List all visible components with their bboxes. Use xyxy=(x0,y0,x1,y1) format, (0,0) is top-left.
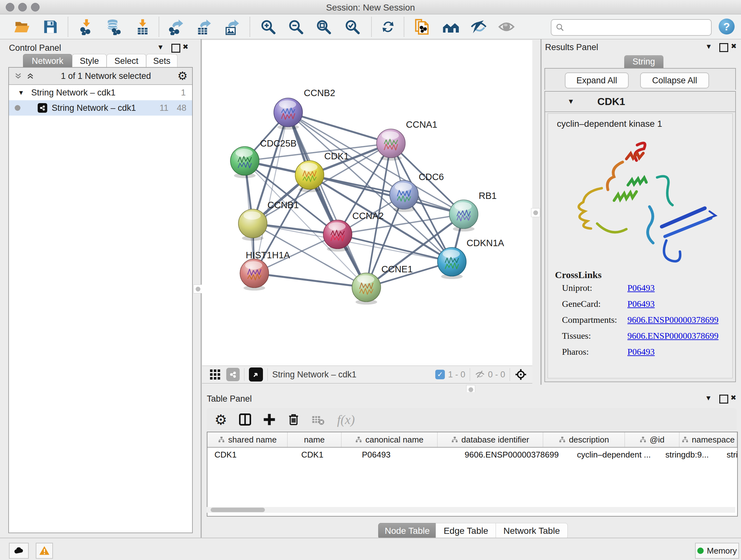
column-header--id[interactable]: @id xyxy=(625,432,679,447)
node-table[interactable]: shared namenamecanonical namedatabase id… xyxy=(207,432,738,516)
network-collection-row[interactable]: ▼ String Network – cdk1 1 xyxy=(9,85,192,100)
export-image-icon[interactable] xyxy=(223,18,240,36)
collapse-all-icon[interactable] xyxy=(14,72,22,80)
save-session-icon[interactable] xyxy=(42,18,59,36)
tab-string[interactable]: String xyxy=(624,55,664,68)
column-header-shared-name[interactable]: shared name xyxy=(207,432,287,447)
zoom-fit-icon[interactable] xyxy=(315,18,332,36)
table-add-column-icon[interactable] xyxy=(261,411,278,428)
column-header-database-identifier[interactable]: database identifier xyxy=(437,432,543,447)
zoom-in-icon[interactable] xyxy=(259,18,277,36)
table-row[interactable]: CDK1CDK1P064939606.ENSP00000378699cyclin… xyxy=(207,448,737,462)
birdseye-view-icon[interactable] xyxy=(249,368,263,381)
results-panel-close-icon[interactable]: ✖ xyxy=(731,42,737,51)
tab-select[interactable]: Select xyxy=(107,54,146,68)
table-settings-gear-icon[interactable]: ⚙ xyxy=(212,411,229,428)
network-node-CDKN1A[interactable] xyxy=(437,247,466,279)
left-splitter-handle[interactable] xyxy=(193,285,202,294)
column-header-namespace[interactable]: namespace xyxy=(679,432,737,447)
results-panel-float-icon[interactable] xyxy=(719,43,728,52)
refresh-icon[interactable] xyxy=(380,18,397,36)
open-session-icon[interactable] xyxy=(13,18,30,36)
tree-expander-icon[interactable]: ▼ xyxy=(18,89,24,97)
crosslink-link[interactable]: 9606.ENSP00000378699 xyxy=(627,315,718,325)
virtual-column-icon xyxy=(451,436,458,443)
table-columns-icon[interactable] xyxy=(237,411,253,428)
network-node-CCNA1[interactable] xyxy=(377,129,405,161)
node-label-CDK1: CDK1 xyxy=(324,151,349,161)
network-node-RB1[interactable] xyxy=(449,200,478,232)
tab-network[interactable]: Network xyxy=(23,54,72,68)
table-panel-float-icon[interactable] xyxy=(719,395,728,403)
network-share-toggle-icon[interactable] xyxy=(226,368,240,381)
crosslink-link[interactable]: P06493 xyxy=(627,299,655,309)
table-panel-menu-icon[interactable]: ▼ xyxy=(705,394,712,402)
virtual-column-icon xyxy=(639,436,647,443)
tab-node-table[interactable]: Node Table xyxy=(378,523,436,539)
export-network-icon[interactable] xyxy=(167,18,185,36)
table-delete-column-trash-icon[interactable] xyxy=(285,411,302,428)
cloud-status-button[interactable] xyxy=(9,543,29,559)
control-panel-float-icon[interactable] xyxy=(172,44,180,53)
import-network-database-icon[interactable] xyxy=(105,18,122,36)
expand-all-icon[interactable] xyxy=(26,72,35,80)
network-options-gear-icon[interactable]: ⚙ xyxy=(178,69,188,83)
hidden-eye-icon xyxy=(475,369,485,380)
column-header-description[interactable]: description xyxy=(543,432,625,447)
control-panel-close-icon[interactable]: ✖ xyxy=(183,43,188,51)
right-splitter-handle[interactable] xyxy=(531,208,540,217)
string-document-icon[interactable] xyxy=(414,18,431,36)
title-bar: Session: New Session xyxy=(0,0,741,14)
network-svg[interactable]: CCNB2CCNA1CDC25BCDK1CDC6RB1CCNB1CCNA2CDK… xyxy=(202,40,532,366)
network-canvas[interactable]: CCNB2CCNA1CDC25BCDK1CDC6RB1CCNB1CCNA2CDK… xyxy=(202,40,532,366)
gene-section-header[interactable]: ▼ CDK1 xyxy=(545,91,735,112)
help-icon[interactable]: ? xyxy=(719,18,735,35)
grid-view-icon[interactable] xyxy=(209,368,221,381)
network-row-selected[interactable]: String Network – cdk1 11 48 xyxy=(9,100,192,116)
zoom-selected-icon[interactable] xyxy=(344,18,361,36)
table-hscrollbar-thumb[interactable] xyxy=(211,508,265,512)
column-header-canonical-name[interactable]: canonical name xyxy=(341,432,437,447)
table-header-row[interactable]: shared namenamecanonical namedatabase id… xyxy=(207,432,737,448)
selected-checkbox-icon[interactable]: ✓ xyxy=(435,370,445,379)
collapse-all-button[interactable]: Collapse All xyxy=(640,72,709,88)
network-node-CDC25B[interactable] xyxy=(230,146,259,178)
network-node-CCNB2[interactable] xyxy=(274,98,302,130)
warning-button[interactable] xyxy=(36,543,53,559)
export-table-icon[interactable] xyxy=(195,18,212,36)
crosslink-link[interactable]: P06493 xyxy=(627,283,655,293)
tab-sets[interactable]: Sets xyxy=(146,54,178,68)
network-node-CCNB1[interactable] xyxy=(239,209,267,241)
tab-network-table[interactable]: Network Table xyxy=(495,523,568,539)
search-icon xyxy=(555,23,565,32)
toolbar-separator xyxy=(158,17,159,37)
search-input[interactable] xyxy=(567,22,711,33)
tab-style[interactable]: Style xyxy=(72,54,107,68)
memory-button[interactable]: Memory xyxy=(695,543,739,559)
results-panel-menu-icon[interactable]: ▼ xyxy=(705,43,712,51)
hide-icon[interactable] xyxy=(470,18,487,36)
table-body[interactable]: CDK1CDK1P064939606.ENSP00000378699cyclin… xyxy=(207,448,737,462)
control-panel-menu-icon[interactable]: ▼ xyxy=(157,43,164,51)
table-panel-close-icon[interactable]: ✖ xyxy=(731,394,736,402)
show-icon[interactable] xyxy=(498,18,515,36)
import-table-icon[interactable] xyxy=(134,18,151,36)
expand-all-button[interactable]: Expand All xyxy=(565,72,629,88)
homes-icon[interactable] xyxy=(442,18,460,36)
tab-edge-table[interactable]: Edge Table xyxy=(435,523,496,539)
network-node-CCNE1[interactable] xyxy=(352,273,381,305)
global-search-field[interactable] xyxy=(551,19,712,36)
column-header-name[interactable]: name xyxy=(287,432,341,447)
toolbar-separator xyxy=(404,17,404,37)
crosslink-link[interactable]: 9606.ENSP00000378699 xyxy=(627,331,718,341)
network-node-CDC6[interactable] xyxy=(390,180,418,212)
import-network-file-icon[interactable] xyxy=(77,18,95,36)
crosslink-link[interactable]: P06493 xyxy=(627,347,655,357)
zoom-out-icon[interactable] xyxy=(287,18,305,36)
network-node-HIST1H1A[interactable] xyxy=(240,259,269,291)
table-hscrollbar[interactable] xyxy=(207,507,735,513)
node-label-CCNA2: CCNA2 xyxy=(352,211,384,221)
fit-crosshair-icon[interactable] xyxy=(515,368,527,381)
crosslink-label: Pharos: xyxy=(562,347,627,357)
gene-expander-icon[interactable]: ▼ xyxy=(567,98,575,106)
